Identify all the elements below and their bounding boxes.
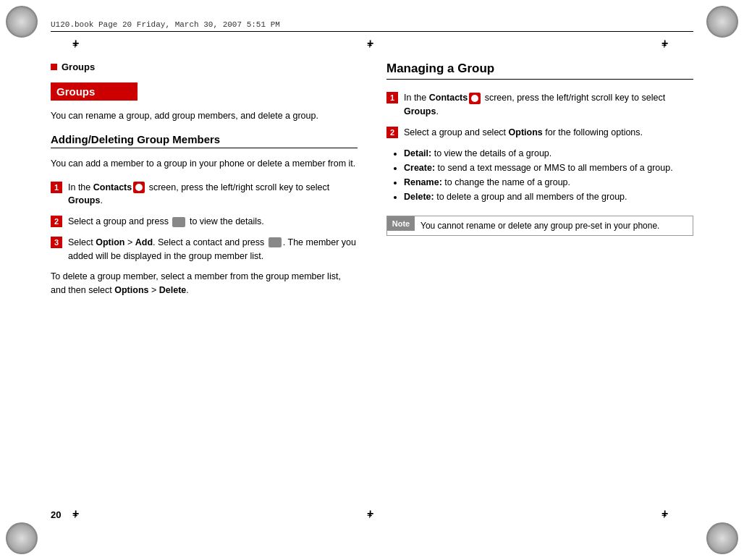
crosshair-tc: +: [367, 40, 377, 50]
left-step-3-text: Select Option > Add. Select a contact an…: [68, 236, 358, 263]
bullet-detail: Detail: to view the details of a group.: [404, 146, 693, 161]
delete-delete: Delete: [159, 285, 187, 295]
right-step-1: 1 In the Contacts screen, press the left…: [386, 91, 693, 119]
contacts-icon-left: [133, 182, 145, 193]
bullet-delete: Delete: to delete a group and all member…: [404, 190, 693, 204]
note-text: You cannot rename or delete any group pr…: [415, 216, 665, 235]
rstep1-groups: Groups: [404, 106, 436, 116]
delete-text-prefix: To delete a group member, select a membe…: [51, 271, 341, 295]
crosshair-tr: +: [661, 40, 672, 50]
crosshair-br: +: [661, 510, 672, 520]
step1-suffix: .: [100, 195, 102, 205]
add-delete-heading: Adding/Deleting Group Members: [51, 133, 358, 148]
nav-btn-icon-2: [269, 237, 282, 247]
delete-mid: >: [148, 285, 158, 295]
corner-decoration-bl: [0, 517, 43, 560]
nav-btn-icon: [172, 217, 185, 227]
note-label: Note: [387, 216, 415, 231]
right-step-2-text: Select a group and select Options for th…: [404, 126, 643, 140]
crosshair-tl: +: [72, 40, 83, 50]
step3-add: Add: [135, 237, 153, 247]
rstep1-middle: screen, press the left/right scroll key …: [482, 93, 665, 103]
content-area: Groups Groups You can rename a group, ad…: [51, 54, 693, 506]
note-box: Note You cannot rename or delete any gro…: [386, 216, 693, 236]
add-delete-intro: You can add a member to a group in your …: [51, 157, 358, 171]
step1-prefix: In the: [68, 182, 93, 192]
left-step-2-number: 2: [51, 216, 62, 227]
right-step-1-text: In the Contacts screen, press the left/r…: [404, 91, 693, 119]
step3-part2: >: [124, 237, 135, 247]
right-column: Managing a Group 1 In the Contacts scree…: [386, 54, 693, 506]
rstep2-options: Options: [509, 127, 543, 137]
bullet-rename: Rename: to change the name of a group.: [404, 175, 693, 190]
left-intro-text: You can rename a group, add group member…: [51, 109, 358, 123]
small-section-heading: Groups: [51, 61, 358, 72]
corner-decoration-br: [701, 517, 744, 560]
left-step-1-text: In the Contacts screen, press the left/r…: [68, 181, 358, 208]
right-step-1-number: 1: [386, 92, 398, 103]
header-text: U120.book Page 20 Friday, March 30, 2007…: [51, 20, 280, 29]
delete-end: .: [186, 285, 188, 295]
groups-banner: Groups: [51, 82, 138, 101]
step2-suffix: to view the details.: [187, 216, 263, 226]
left-step-1-number: 1: [51, 182, 62, 193]
rstep1-suffix: .: [436, 106, 438, 116]
step3-part1: Select: [68, 237, 96, 247]
step2-prefix: Select a group and press: [68, 216, 171, 226]
left-step-3-number: 3: [51, 237, 62, 248]
left-step-2-text: Select a group and press to view the det…: [68, 215, 264, 229]
managing-heading: Managing a Group: [386, 61, 693, 80]
right-step-2-number: 2: [386, 127, 398, 138]
bullet-create: Create: to send a text message or MMS to…: [404, 161, 693, 175]
step3-option: Option: [96, 237, 124, 247]
step1-middle: screen, press the left/right scroll key …: [146, 182, 329, 192]
step1-groups: Groups: [68, 195, 100, 205]
page-number: 20: [51, 509, 61, 520]
corner-decoration-tl: [0, 0, 43, 43]
step1-contacts: Contacts: [93, 182, 132, 192]
red-bullet: [51, 64, 57, 70]
rstep1-prefix: In the: [404, 93, 429, 103]
crosshair-bc: +: [367, 510, 377, 520]
delete-paragraph: To delete a group member, select a membe…: [51, 270, 358, 297]
right-bullet-list: Detail: to view the details of a group. …: [398, 146, 693, 204]
left-step-1: 1 In the Contacts screen, press the left…: [51, 181, 358, 208]
rstep2-text: Select a group and select: [404, 127, 509, 137]
contacts-icon-right: [469, 93, 481, 104]
step3-part3: . Select a contact and press: [153, 237, 264, 247]
crosshair-bl: +: [72, 510, 83, 520]
rstep2-text2: for the following options.: [543, 127, 643, 137]
header-bar: U120.book Page 20 Friday, March 30, 2007…: [51, 20, 693, 32]
left-step-3: 3 Select Option > Add. Select a contact …: [51, 236, 358, 263]
small-heading-text: Groups: [62, 61, 95, 72]
delete-options: Options: [114, 285, 148, 295]
left-step-2: 2 Select a group and press to view the d…: [51, 215, 358, 229]
left-column: Groups Groups You can rename a group, ad…: [51, 54, 358, 506]
right-step-2: 2 Select a group and select Options for …: [386, 126, 693, 140]
corner-decoration-tr: [701, 0, 744, 43]
rstep1-contacts: Contacts: [429, 93, 468, 103]
